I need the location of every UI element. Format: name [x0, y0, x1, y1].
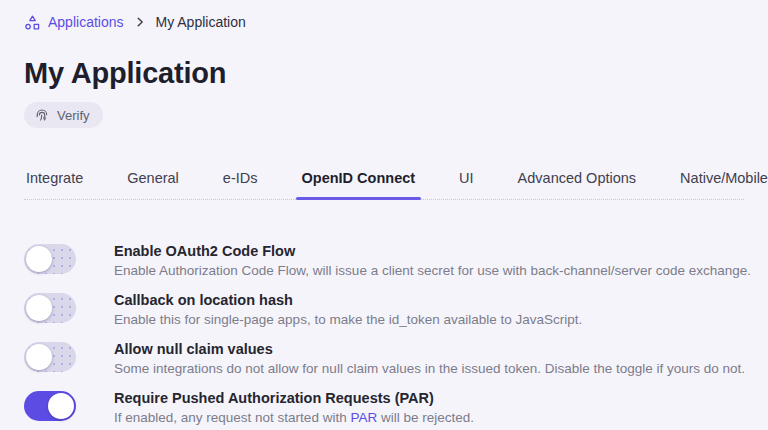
oauth2-code-flow-toggle[interactable] — [24, 244, 76, 274]
breadcrumb-current-label: My Application — [156, 14, 246, 30]
toggle-knob — [26, 246, 52, 272]
setting-title: Allow null claim values — [114, 340, 744, 358]
setting-title: Callback on location hash — [114, 291, 582, 309]
allow-null-claims-toggle[interactable] — [24, 342, 76, 372]
require-par-toggle[interactable] — [24, 391, 76, 421]
application-settings-page: Applications My Application My Applicati… — [0, 0, 768, 427]
setting-description: Some integrations do not allow for null … — [114, 360, 744, 378]
setting-title: Require Pushed Authorization Requests (P… — [114, 389, 474, 407]
breadcrumb-applications-link[interactable]: Applications — [24, 14, 124, 31]
tab-native-mobile[interactable]: Native/Mobile — [678, 170, 768, 199]
hierarchy-shapes-icon — [24, 14, 41, 31]
tab-integrate[interactable]: Integrate — [24, 170, 85, 199]
toggle-knob — [48, 393, 74, 419]
setting-row-require-par: Require Pushed Authorization Requests (P… — [24, 389, 744, 427]
openid-connect-settings: Enable OAuth2 Code Flow Enable Authoriza… — [24, 242, 744, 427]
setting-text: Callback on location hash Enable this fo… — [114, 291, 582, 329]
settings-tabbar: Integrate General e-IDs OpenID Connect U… — [24, 170, 744, 200]
setting-description: If enabled, any request not started with… — [114, 409, 474, 427]
page-title: My Application — [24, 56, 744, 90]
setting-title: Enable OAuth2 Code Flow — [114, 242, 744, 260]
breadcrumb-root-label: Applications — [48, 14, 124, 30]
setting-description: Enable this for single-page apps, to mak… — [114, 311, 582, 329]
desc-text-before: If enabled, any request not started with — [114, 410, 350, 425]
setting-row-oauth2-code-flow: Enable OAuth2 Code Flow Enable Authoriza… — [24, 242, 744, 280]
setting-description: Enable Authorization Code Flow, will iss… — [114, 262, 744, 280]
tab-e-ids[interactable]: e-IDs — [221, 170, 260, 199]
breadcrumb: Applications My Application — [24, 12, 744, 32]
tab-openid-connect[interactable]: OpenID Connect — [300, 170, 418, 199]
chevron-right-icon — [134, 16, 146, 28]
toggle-knob — [26, 295, 52, 321]
setting-text: Require Pushed Authorization Requests (P… — [114, 389, 474, 427]
setting-text: Allow null claim values Some integration… — [114, 340, 744, 378]
verify-button-label: Verify — [57, 108, 90, 123]
setting-row-allow-null-claims: Allow null claim values Some integration… — [24, 340, 744, 378]
verify-button[interactable]: Verify — [24, 102, 103, 128]
toggle-knob — [26, 344, 52, 370]
setting-text: Enable OAuth2 Code Flow Enable Authoriza… — [114, 242, 744, 280]
desc-text-after: will be rejected. — [377, 410, 474, 425]
callback-location-hash-toggle[interactable] — [24, 293, 76, 323]
setting-row-callback-location-hash: Callback on location hash Enable this fo… — [24, 291, 744, 329]
tab-general[interactable]: General — [125, 170, 181, 199]
par-link[interactable]: PAR — [350, 410, 377, 425]
tab-advanced-options[interactable]: Advanced Options — [516, 170, 639, 199]
tab-ui[interactable]: UI — [457, 170, 476, 199]
fingerprint-icon — [34, 107, 50, 123]
